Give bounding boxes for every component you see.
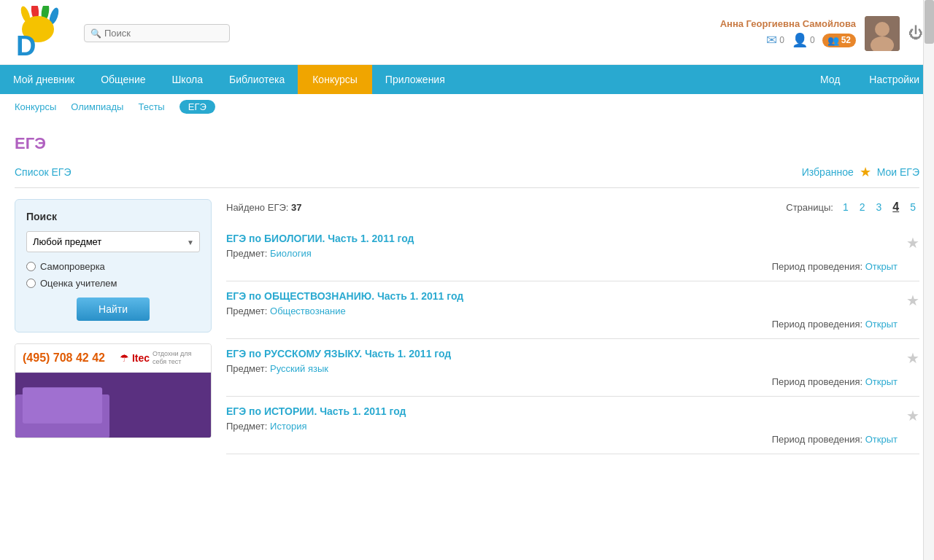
ege-item-1-subject-value: Обществознание [270, 306, 346, 316]
ege-item-1-period-label: Период проведения: [772, 319, 862, 330]
breadcrumb-bar: Список ЕГЭ Избранное ★ Мои ЕГЭ [15, 164, 919, 188]
messages-icon-group[interactable]: ✉ 0 [766, 32, 784, 48]
ad-logo: ☂ Itec Отдохни для себя тест [120, 350, 204, 366]
search-panel: Поиск Любой предмет Биология Обществозна… [15, 199, 212, 332]
ege-item-0-period-label: Период проведения: [772, 261, 862, 272]
search-panel-title: Поиск [26, 211, 200, 222]
nav-item-contests[interactable]: Конкурсы [298, 65, 372, 94]
user-info: Анна Георгиевна Самойлова ✉ 0 👤 0 👥 52 [720, 18, 856, 48]
sub-nav-olympiads[interactable]: Олимпиады [71, 101, 123, 112]
ege-item-3-period: Период проведения: Открыт [226, 434, 898, 445]
groups-count: 52 [841, 35, 851, 45]
ege-item-3-subject: Предмет: История [226, 421, 898, 432]
ege-item-0-subject: Предмет: Биология [226, 248, 898, 259]
friends-icon-group[interactable]: 👤 0 [792, 32, 815, 48]
sidebar: Поиск Любой предмет Биология Обществозна… [15, 199, 212, 454]
ege-item-3-star[interactable]: ★ [906, 407, 919, 424]
nav-item-diary[interactable]: Мой дневник [0, 65, 88, 94]
nav-item-communication[interactable]: Общение [88, 65, 158, 94]
sub-nav: Конкурсы Олимпиады Тесты ЕГЭ [0, 94, 934, 120]
ad-banner-top: (495) 708 42 42 ☂ Itec Отдохни для себя … [15, 344, 211, 373]
page-1[interactable]: 1 [839, 200, 852, 214]
ad-logo-text: Itec [132, 352, 150, 364]
avatar[interactable] [865, 16, 900, 51]
search-box[interactable]: 🔍 [84, 24, 230, 42]
logo[interactable]: D [7, 6, 73, 61]
sub-nav-contests[interactable]: Конкурсы [15, 101, 56, 112]
nav-item-settings[interactable]: Настройки [854, 65, 934, 94]
ad-umbrella-icon: ☂ [120, 352, 129, 364]
ege-item-2-info: ЕГЭ по РУССКОМУ ЯЗЫКУ. Часть 1. 2011 год… [226, 348, 898, 387]
ege-item-3-period-value: Открыт [865, 434, 898, 445]
results-count: Найдено ЕГЭ: 37 [226, 202, 301, 213]
radio-group: Самопроверка Оценка учителем [26, 261, 200, 289]
main-nav: Мой дневник Общение Школа Библиотека Кон… [0, 65, 934, 94]
content-area: Поиск Любой предмет Биология Обществозна… [15, 199, 919, 454]
page-5[interactable]: 5 [906, 200, 919, 214]
ege-item-2: ЕГЭ по РУССКОМУ ЯЗЫКУ. Часть 1. 2011 год… [226, 339, 919, 397]
ege-item-2-subject-value: Русский язык [270, 363, 328, 374]
ad-banner: (495) 708 42 42 ☂ Itec Отдохни для себя … [15, 343, 212, 438]
radio-selfcheck-label: Самопроверка [40, 261, 105, 272]
user-name[interactable]: Анна Георгиевна Самойлова [720, 18, 856, 29]
user-icon: 👤 [792, 32, 808, 48]
ege-item-3-title[interactable]: ЕГЭ по ИСТОРИИ. Часть 1. 2011 год [226, 405, 898, 417]
svg-point-7 [875, 22, 889, 36]
sub-nav-ege[interactable]: ЕГЭ [180, 100, 215, 114]
find-button[interactable]: Найти [77, 298, 150, 321]
ege-item-1-star[interactable]: ★ [906, 292, 919, 309]
ege-item-2-subject: Предмет: Русский язык [226, 363, 898, 374]
radio-selfcheck[interactable]: Самопроверка [26, 261, 200, 272]
results-header: Найдено ЕГЭ: 37 Страницы: 1 2 3 4 5 [226, 199, 919, 215]
ege-item-2-star[interactable]: ★ [906, 349, 919, 367]
envelope-icon: ✉ [766, 32, 777, 48]
ege-item-1-subject-label: Предмет: [226, 306, 267, 316]
scrollbar-track[interactable] [923, 0, 934, 462]
ege-item-0-title[interactable]: ЕГЭ по БИОЛОГИИ. Часть 1. 2011 год [226, 233, 898, 244]
page-2[interactable]: 2 [856, 200, 869, 214]
user-area: Анна Георгиевна Самойлова ✉ 0 👤 0 👥 52 ⏻ [720, 16, 923, 51]
ege-item-3-subject-value: История [270, 421, 306, 432]
nav-item-library[interactable]: Библиотека [216, 65, 298, 94]
search-icon: 🔍 [90, 28, 101, 39]
sub-nav-tests[interactable]: Тесты [138, 101, 164, 112]
ege-item-1-title[interactable]: ЕГЭ по ОБЩЕСТВОЗНАНИЮ. Часть 1. 2011 год [226, 290, 898, 302]
radio-teacher[interactable]: Оценка учителем [26, 278, 200, 289]
radio-selfcheck-input[interactable] [26, 262, 36, 271]
list-ege-link[interactable]: Список ЕГЭ [15, 166, 71, 178]
page-content: ЕГЭ Список ЕГЭ Избранное ★ Мои ЕГЭ Поиск… [0, 120, 934, 462]
svg-text:D: D [16, 31, 36, 61]
page-title: ЕГЭ [15, 134, 919, 153]
ege-item-3-period-label: Период проведения: [772, 434, 862, 445]
nav-item-school[interactable]: Школа [159, 65, 217, 94]
subject-select[interactable]: Любой предмет Биология Обществознание Ру… [26, 231, 200, 252]
ege-item-2-period-label: Период проведения: [772, 376, 862, 387]
ege-item-1: ЕГЭ по ОБЩЕСТВОЗНАНИЮ. Часть 1. 2011 год… [226, 281, 919, 339]
main-list: Найдено ЕГЭ: 37 Страницы: 1 2 3 4 5 ЕГЭ … [226, 199, 919, 454]
ege-item-0-period: Период проведения: Открыт [226, 261, 898, 272]
user-icons: ✉ 0 👤 0 👥 52 [720, 32, 856, 48]
my-ege-link[interactable]: Мои ЕГЭ [877, 166, 919, 178]
ege-item-2-period: Период проведения: Открыт [226, 376, 898, 387]
ege-item-0-star[interactable]: ★ [906, 234, 919, 252]
power-button[interactable]: ⏻ [908, 25, 923, 42]
favorites-star-icon[interactable]: ★ [860, 164, 871, 180]
groups-icon-group[interactable]: 👥 52 [822, 34, 856, 47]
friends-count: 0 [810, 35, 815, 45]
page-3[interactable]: 3 [873, 200, 886, 214]
top-bar: D 🔍 Анна Георгиевна Самойлова ✉ 0 👤 0 👥 [0, 0, 934, 65]
nav-item-apps[interactable]: Приложения [372, 65, 458, 94]
page-4-current: 4 [889, 199, 903, 215]
ege-item-2-subject-label: Предмет: [226, 363, 267, 374]
ege-item-3: ЕГЭ по ИСТОРИИ. Часть 1. 2011 год Предме… [226, 397, 919, 454]
svg-rect-11 [23, 387, 102, 424]
found-count: 37 [291, 202, 301, 213]
scrollbar-thumb[interactable] [925, 0, 934, 44]
nav-item-mod[interactable]: Мод [806, 65, 854, 94]
ege-item-0-subject-value: Биология [270, 248, 312, 259]
radio-teacher-label: Оценка учителем [40, 278, 117, 289]
search-input[interactable] [104, 28, 217, 39]
favorites-link[interactable]: Избранное [802, 166, 854, 178]
ege-item-2-title[interactable]: ЕГЭ по РУССКОМУ ЯЗЫКУ. Часть 1. 2011 год [226, 348, 898, 359]
radio-teacher-input[interactable] [26, 279, 36, 288]
